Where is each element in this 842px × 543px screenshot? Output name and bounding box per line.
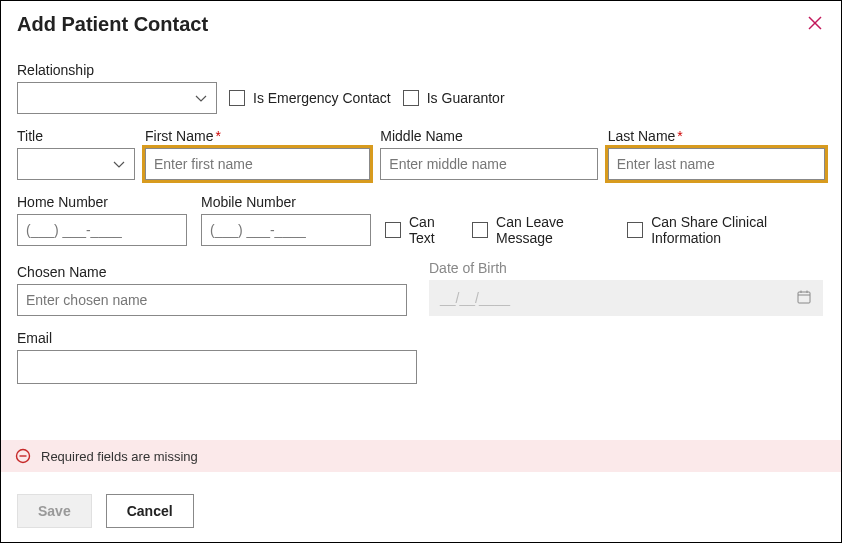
can-leave-msg-label: Can Leave Message (496, 214, 613, 246)
last-name-input[interactable] (608, 148, 825, 180)
row-email: Email (17, 330, 825, 384)
first-name-input[interactable] (145, 148, 370, 180)
can-text-checkbox[interactable] (385, 222, 401, 238)
dob-field: Date of Birth __/__/____ (429, 260, 823, 316)
dob-input: __/__/____ (429, 280, 823, 316)
error-icon (15, 448, 31, 464)
home-number-field: Home Number (17, 194, 187, 246)
last-name-label: Last Name* (608, 128, 825, 144)
is-guarantor-checkbox[interactable] (403, 90, 419, 106)
dialog-footer: Save Cancel (17, 494, 194, 528)
mobile-number-label: Mobile Number (201, 194, 371, 210)
error-text: Required fields are missing (41, 449, 198, 464)
mobile-number-field: Mobile Number (201, 194, 371, 246)
form-body: Relationship Is Emergency Contact Is Gua… (1, 62, 841, 384)
middle-name-input[interactable] (380, 148, 597, 180)
relationship-field: Relationship (17, 62, 217, 114)
is-emergency-checkbox[interactable] (229, 90, 245, 106)
save-button[interactable]: Save (17, 494, 92, 528)
calendar-icon (796, 289, 812, 308)
first-name-label: First Name* (145, 128, 370, 144)
close-button[interactable] (805, 13, 825, 33)
title-label: Title (17, 128, 135, 144)
can-share-clinical-group: Can Share Clinical Information (627, 214, 825, 246)
dob-label: Date of Birth (429, 260, 823, 276)
middle-name-field: Middle Name (380, 128, 597, 180)
chosen-name-label: Chosen Name (17, 264, 407, 280)
can-leave-msg-checkbox[interactable] (472, 222, 488, 238)
add-patient-contact-dialog: Add Patient Contact Relationship Is Emer… (0, 0, 842, 543)
home-number-label: Home Number (17, 194, 187, 210)
is-emergency-label: Is Emergency Contact (253, 90, 391, 106)
email-field: Email (17, 330, 417, 384)
error-banner: Required fields are missing (1, 440, 841, 472)
home-number-input[interactable] (17, 214, 187, 246)
email-input[interactable] (17, 350, 417, 384)
chosen-name-field: Chosen Name (17, 264, 407, 316)
row-chosen-dob: Chosen Name Date of Birth __/__/____ (17, 260, 825, 316)
cancel-button[interactable]: Cancel (106, 494, 194, 528)
is-guarantor-group: Is Guarantor (403, 82, 505, 114)
email-label: Email (17, 330, 417, 346)
first-name-field: First Name* (145, 128, 370, 180)
is-guarantor-label: Is Guarantor (427, 90, 505, 106)
can-share-clinical-checkbox[interactable] (627, 222, 643, 238)
close-icon (808, 16, 822, 30)
svg-rect-2 (798, 292, 810, 303)
can-leave-msg-group: Can Leave Message (472, 214, 613, 246)
title-select[interactable] (17, 148, 135, 180)
can-text-label: Can Text (409, 214, 458, 246)
relationship-select[interactable] (17, 82, 217, 114)
row-phone: Home Number Mobile Number Can Text Can L… (17, 194, 825, 246)
relationship-label: Relationship (17, 62, 217, 78)
can-text-group: Can Text (385, 214, 458, 246)
is-emergency-group: Is Emergency Contact (229, 82, 391, 114)
row-name: Title First Name* Middle Name Last Name* (17, 128, 825, 180)
dob-placeholder: __/__/____ (440, 290, 510, 306)
can-share-clinical-label: Can Share Clinical Information (651, 214, 825, 246)
mobile-number-input[interactable] (201, 214, 371, 246)
row-relationship: Relationship Is Emergency Contact Is Gua… (17, 62, 825, 114)
middle-name-label: Middle Name (380, 128, 597, 144)
last-name-field: Last Name* (608, 128, 825, 180)
dialog-title: Add Patient Contact (17, 13, 208, 36)
title-field: Title (17, 128, 135, 180)
chosen-name-input[interactable] (17, 284, 407, 316)
dialog-header: Add Patient Contact (1, 1, 841, 36)
